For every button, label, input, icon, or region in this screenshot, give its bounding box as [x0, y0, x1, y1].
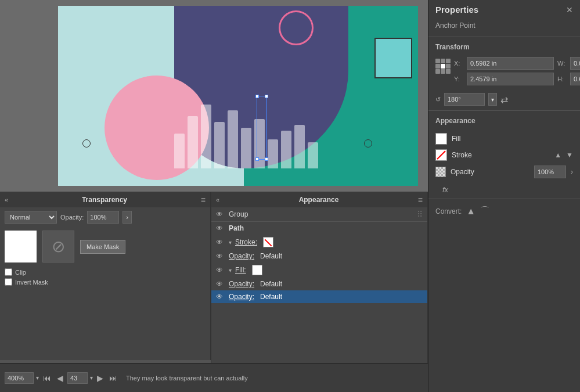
make-mask-button[interactable]: Make Mask [80, 240, 125, 254]
handle-br[interactable] [265, 157, 268, 161]
transparency-collapse-btn[interactable]: « [5, 196, 8, 203]
handle-bl[interactable] [255, 157, 259, 161]
w-label: W: [557, 60, 567, 67]
appearance-menu-btn[interactable]: ≡ [418, 195, 423, 204]
y-input[interactable] [467, 73, 554, 85]
opacity-input-trans[interactable] [87, 211, 119, 224]
bar-9 [281, 131, 291, 168]
w-input[interactable] [570, 57, 580, 70]
appearance-panel: « Appearance ≡ 👁 Group ⠿ 👁 Path 👁 ▾ Stro… [211, 192, 428, 372]
handle-tl[interactable] [255, 95, 259, 98]
path-eye-icon[interactable]: 👁 [216, 224, 225, 232]
group-eye-icon[interactable]: 👁 [216, 210, 225, 218]
appearance-collapse-btn[interactable]: « [216, 196, 219, 203]
grid-dot-6 [446, 64, 451, 69]
stroke-swatch-ap[interactable] [263, 237, 273, 247]
bar-6 [241, 128, 251, 168]
stroke-row: Stroke ▲ ▼ [435, 147, 573, 163]
appearance-panel-header: « Appearance ≡ [211, 192, 427, 207]
zoom-dropdown-arrow[interactable]: ▾ [36, 375, 39, 381]
zoom-input[interactable] [5, 372, 34, 384]
properties-panel: Properties ✕ Anchor Point Transform [428, 0, 580, 392]
prev-frame-btn[interactable]: ◀ [55, 373, 65, 383]
opacity-arrow-trans[interactable]: › [123, 211, 132, 224]
overall-opacity-eye[interactable]: 👁 [216, 293, 225, 301]
frame-dropdown-arrow[interactable]: ▾ [90, 375, 93, 381]
canvas-area[interactable] [0, 0, 428, 192]
mask-options: Clip Invert Mask [0, 266, 210, 288]
stroke-opacity-eye[interactable]: 👁 [216, 252, 225, 260]
mask-preview-mask: ⊘ [42, 231, 74, 262]
stroke-chevron[interactable]: ▾ [229, 239, 232, 246]
opacity-row: Opacity › [435, 163, 573, 181]
transparency-menu-btn[interactable]: ≡ [201, 195, 206, 204]
grid-dot-4 [435, 64, 440, 69]
selected-preview-box [374, 38, 412, 78]
go-to-start-btn[interactable]: ⏮ [41, 373, 53, 383]
grid-dot-1 [435, 59, 440, 63]
bar-10 [294, 125, 305, 168]
fx-button[interactable]: fx [435, 183, 455, 196]
group-row: 👁 Group ⠿ [211, 207, 427, 222]
fill-eye-icon[interactable]: 👁 [216, 266, 225, 274]
selected-path-rect[interactable] [257, 96, 267, 160]
h-input[interactable] [570, 73, 580, 85]
canvas-inner [58, 6, 418, 186]
stroke-dropdown-btn[interactable]: ▼ [566, 151, 573, 159]
curve-convert-icon[interactable]: ⌒ [480, 205, 489, 217]
appearance-fill-row: 👁 ▾ Fill: [211, 262, 427, 278]
frame-input[interactable] [67, 372, 88, 384]
stroke-opacity-value: Default [260, 252, 282, 260]
grid-dot-8 [441, 69, 445, 74]
anchor-convert-icon[interactable]: ▲ [466, 206, 475, 217]
x-input[interactable] [467, 57, 554, 70]
bar-5 [228, 110, 238, 168]
bar-1 [174, 134, 185, 168]
anchor-grid-icon[interactable] [435, 57, 451, 75]
fx-row: fx [428, 183, 580, 196]
bars-group [174, 87, 318, 168]
invert-mask-label: Invert Mask [15, 279, 48, 286]
handle-tr[interactable] [265, 95, 268, 98]
invert-mask-checkbox[interactable] [5, 278, 12, 286]
group-label: Group [229, 210, 413, 218]
clip-checkbox-row: Clip [5, 268, 206, 276]
close-button[interactable]: ✕ [566, 5, 573, 15]
rotate-input[interactable] [444, 93, 485, 106]
rotate-dropdown[interactable]: ▾ [488, 93, 497, 106]
flip-icon[interactable]: ⇄ [500, 94, 508, 105]
appearance-section-header: Appearance [428, 113, 580, 128]
clip-label: Clip [15, 269, 26, 276]
opacity-arrow-btn[interactable]: › [571, 168, 573, 176]
blend-mode-select[interactable]: Normal Multiply Screen Overlay [5, 211, 57, 224]
x-label: X: [454, 60, 463, 67]
group-drag-icon: ⠿ [417, 210, 423, 219]
fill-chevron[interactable]: ▾ [229, 267, 232, 274]
stroke-up-btn[interactable]: ▲ [554, 151, 561, 159]
grid-dot-2 [441, 59, 445, 63]
stroke-swatch[interactable] [435, 149, 447, 161]
fill-swatch-ap[interactable] [252, 265, 262, 275]
rotate-row: ↺ ▾ ⇄ [428, 91, 580, 108]
properties-header: Properties ✕ [428, 0, 580, 19]
properties-title: Properties [435, 5, 478, 15]
opacity-input[interactable] [534, 166, 566, 178]
next-frame-btn[interactable]: ▶ [95, 373, 105, 383]
stroke-eye-icon[interactable]: 👁 [216, 238, 225, 246]
transparency-title: Transparency [82, 196, 127, 204]
clip-checkbox[interactable] [5, 268, 12, 276]
small-circle-right [364, 139, 372, 148]
fill-opacity-row: 👁 Opacity: Default [211, 278, 427, 290]
divider-1 [428, 37, 580, 37]
divider-3 [428, 199, 580, 199]
opacity-label-trans: Opacity: [60, 214, 84, 221]
small-circle-left [82, 139, 91, 148]
fill-label: Fill [452, 135, 573, 143]
go-to-end-btn[interactable]: ⏭ [107, 373, 119, 383]
fill-opacity-eye[interactable]: 👁 [216, 280, 225, 288]
grid-dot-7 [435, 69, 440, 74]
divider-2 [428, 110, 580, 111]
bar-4 [214, 122, 225, 168]
fill-opacity-label: Opacity: [229, 280, 254, 288]
fill-swatch[interactable] [435, 133, 447, 145]
